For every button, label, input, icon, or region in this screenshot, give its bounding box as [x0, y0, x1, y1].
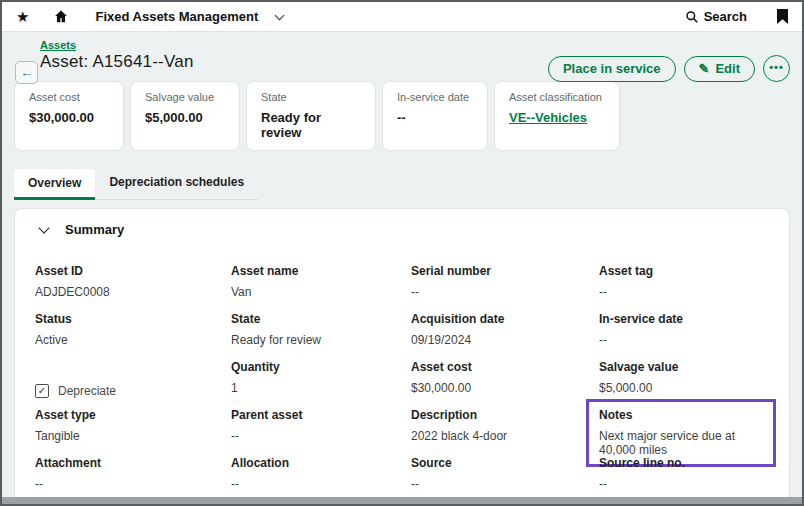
- field-asset-name: Asset name Van: [231, 264, 411, 312]
- summary-field-grid: Asset ID ADJDEC0008 Asset name Van Seria…: [35, 264, 769, 504]
- field-parent-asset: Parent asset --: [231, 408, 411, 456]
- edit-button[interactable]: ✎ Edit: [684, 56, 755, 82]
- field-acquisition-date: Acquisition date 09/19/2024: [411, 312, 599, 360]
- card-in-service-date: In-service date --: [382, 81, 488, 151]
- field-asset-tag: Asset tag --: [599, 264, 769, 312]
- tab-bar: Overview Depreciation schedules: [14, 168, 258, 200]
- tab-overview[interactable]: Overview: [14, 169, 95, 200]
- card-state: State Ready for review: [246, 81, 376, 151]
- metric-cards: Asset cost $30,000.00 Salvage value $5,0…: [14, 81, 790, 151]
- field-asset-id: Asset ID ADJDEC0008: [35, 264, 231, 312]
- depreciate-label: Depreciate: [58, 384, 116, 398]
- collapse-chevron-icon: [38, 222, 49, 233]
- breadcrumb[interactable]: Assets: [40, 39, 790, 51]
- field-asset-cost: Asset cost $30,000.00: [411, 360, 599, 408]
- card-asset-classification: Asset classification VE--Vehicles: [494, 81, 620, 151]
- summary-section-title: Summary: [65, 222, 124, 237]
- asset-classification-link[interactable]: VE--Vehicles: [509, 110, 605, 125]
- back-button[interactable]: ←: [15, 61, 38, 84]
- field-status: Status Active: [35, 312, 231, 360]
- page-header: Assets ← Asset: A15641--Van Place in ser…: [2, 32, 802, 72]
- page-title: Asset: A15641--Van: [40, 52, 194, 72]
- app-window: ★ Fixed Assets Management Search Assets …: [0, 0, 804, 506]
- tab-depreciation-schedules[interactable]: Depreciation schedules: [95, 168, 258, 199]
- place-in-service-button[interactable]: Place in service: [548, 56, 676, 82]
- chevron-down-icon[interactable]: [275, 10, 285, 20]
- bookmark-icon[interactable]: [777, 9, 788, 24]
- more-actions-button[interactable]: •••: [763, 55, 790, 82]
- summary-panel: Summary Asset ID ADJDEC0008 Asset name V…: [14, 208, 790, 506]
- field-description: Description 2022 black 4-door: [411, 408, 599, 456]
- field-notes: Notes Next major service due at 40,000 m…: [599, 408, 769, 456]
- favorite-star-icon[interactable]: ★: [16, 9, 29, 24]
- field-quantity: Quantity 1: [231, 360, 411, 408]
- search-icon: [685, 10, 699, 24]
- card-salvage-value: Salvage value $5,000.00: [130, 81, 240, 151]
- top-bar: ★ Fixed Assets Management Search: [2, 2, 802, 32]
- global-search[interactable]: Search: [685, 9, 747, 24]
- home-icon[interactable]: [53, 9, 69, 24]
- field-in-service-date: In-service date --: [599, 312, 769, 360]
- horizontal-scrollbar[interactable]: [2, 497, 802, 504]
- field-state: State Ready for review: [231, 312, 411, 360]
- header-actions: Place in service ✎ Edit •••: [548, 55, 790, 82]
- depreciate-checkbox[interactable]: ✓: [35, 384, 49, 398]
- field-serial-number: Serial number --: [411, 264, 599, 312]
- pencil-icon: ✎: [699, 61, 710, 76]
- app-switcher-label[interactable]: Fixed Assets Management: [95, 9, 258, 24]
- summary-section-header[interactable]: Summary: [35, 222, 769, 237]
- field-asset-type: Asset type Tangible: [35, 408, 231, 456]
- card-asset-cost: Asset cost $30,000.00: [14, 81, 124, 151]
- field-depreciate: ✓ Depreciate: [35, 360, 231, 408]
- search-label: Search: [704, 9, 747, 24]
